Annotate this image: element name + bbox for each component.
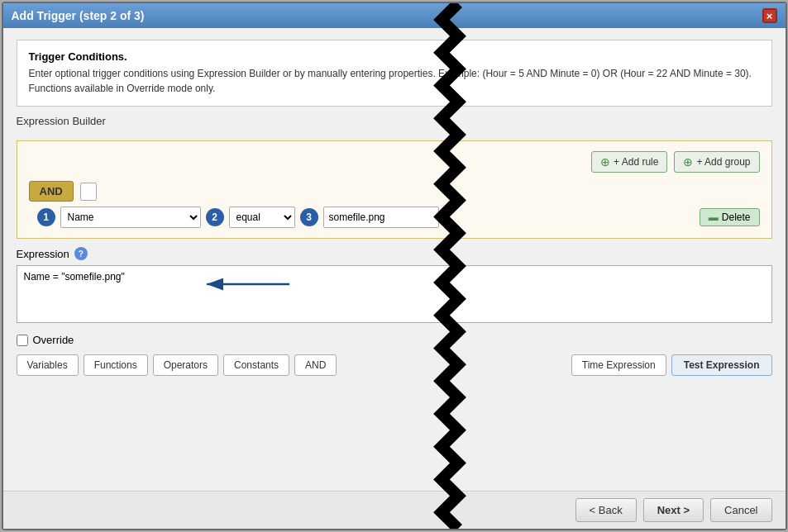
value-badge: 3 xyxy=(300,208,318,226)
expression-builder-label: Expression Builder xyxy=(17,115,772,127)
add-rule-button[interactable]: ⊕ + Add rule xyxy=(591,151,667,173)
help-icon[interactable]: ? xyxy=(74,247,88,260)
operator-select[interactable]: equal xyxy=(229,207,295,228)
expression-label: Expression xyxy=(17,248,69,260)
override-row: Override xyxy=(17,334,772,346)
field-badge: 1 xyxy=(37,208,55,226)
expression-section: Expression ? Name = "somefile.png" xyxy=(17,247,772,325)
expression-buttons-row: Variables Functions Operators Constants … xyxy=(17,354,772,376)
and-button[interactable]: AND xyxy=(29,181,74,202)
constants-button[interactable]: Constants xyxy=(223,354,289,376)
value-input[interactable] xyxy=(323,207,439,228)
operators-button[interactable]: Operators xyxy=(153,354,218,376)
time-expression-button[interactable]: Time Expression xyxy=(571,354,666,376)
trigger-conditions-heading: Trigger Conditions. xyxy=(29,50,760,63)
variables-button[interactable]: Variables xyxy=(17,354,79,376)
cancel-button[interactable]: Cancel xyxy=(710,498,771,522)
override-checkbox[interactable] xyxy=(17,335,28,346)
add-group-plus-icon: ⊕ xyxy=(683,155,693,169)
builder-top-row: ⊕ + Add rule ⊕ + Add group xyxy=(29,151,760,173)
add-rule-plus-icon: ⊕ xyxy=(600,155,610,169)
back-button[interactable]: < Back xyxy=(575,498,637,522)
field-select[interactable]: Name xyxy=(60,207,201,228)
expression-textarea-wrapper: Name = "somefile.png" xyxy=(17,265,772,325)
test-expression-button[interactable]: Test Expression xyxy=(671,354,772,376)
trigger-conditions-note: Functions available in Override mode onl… xyxy=(29,81,760,96)
next-button[interactable]: Next > xyxy=(643,498,704,522)
add-rule-label: + Add rule xyxy=(614,156,658,168)
rule-row: 1 Name 2 equal 3 ▬ Delete xyxy=(29,207,760,228)
and-row: AND xyxy=(29,181,760,202)
functions-button[interactable]: Functions xyxy=(84,354,148,376)
expression-builder-box: ⊕ + Add rule ⊕ + Add group AND 1 Name xyxy=(17,140,772,239)
add-trigger-dialog: Add Trigger (step 2 of 3) × Trigger Cond… xyxy=(2,2,787,530)
add-group-label: + Add group xyxy=(696,156,750,168)
dialog-title: Add Trigger (step 2 of 3) xyxy=(12,9,145,22)
dialog-titlebar: Add Trigger (step 2 of 3) × xyxy=(3,3,786,28)
override-label: Override xyxy=(33,334,74,346)
and-expr-button[interactable]: AND xyxy=(294,354,337,376)
dialog-body: Trigger Conditions. Enter optional trigg… xyxy=(3,28,786,491)
delete-label: Delete xyxy=(722,211,751,223)
delete-button[interactable]: ▬ Delete xyxy=(700,208,760,226)
operator-badge: 2 xyxy=(206,208,224,226)
close-icon: × xyxy=(767,10,773,22)
add-group-button[interactable]: ⊕ + Add group xyxy=(674,151,759,173)
trigger-conditions-box: Trigger Conditions. Enter optional trigg… xyxy=(17,40,772,107)
expression-label-row: Expression ? xyxy=(17,247,772,260)
expression-textarea[interactable]: Name = "somefile.png" xyxy=(17,265,772,323)
dialog-close-button[interactable]: × xyxy=(762,8,777,23)
and-toggle[interactable] xyxy=(80,183,97,201)
dialog-footer: < Back Next > Cancel xyxy=(3,491,786,529)
trigger-conditions-desc: Enter optional trigger conditions using … xyxy=(29,66,760,81)
delete-icon: ▬ xyxy=(709,211,719,223)
buttons-spacer xyxy=(341,354,566,376)
rule-row-inner: 1 Name 2 equal 3 xyxy=(37,207,695,228)
